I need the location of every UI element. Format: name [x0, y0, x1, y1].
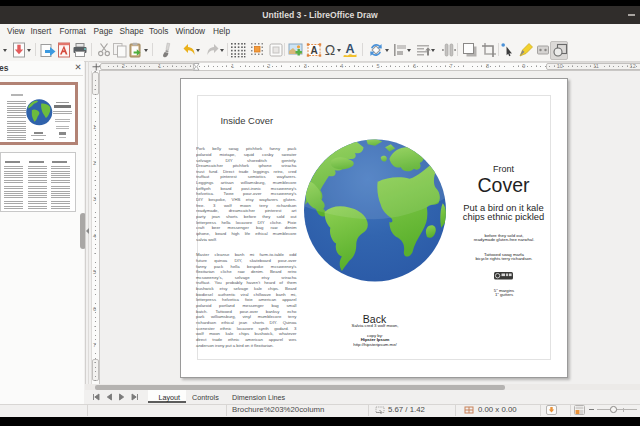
svg-text:Ω: Ω — [325, 42, 335, 58]
svg-text:A: A — [310, 45, 317, 56]
svg-text:A: A — [345, 42, 354, 56]
